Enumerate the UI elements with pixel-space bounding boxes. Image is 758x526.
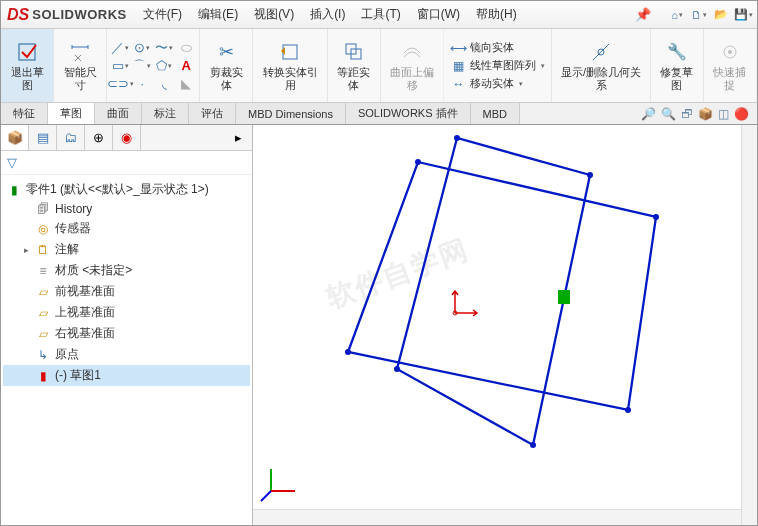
tab-evaluate[interactable]: 评估 [189,103,236,124]
pattern-group: ⟷镜向实体 ▦线性草图阵列▾ ↔移动实体▾ [444,29,552,102]
menu-file[interactable]: 文件(F) [137,3,188,26]
history-icon: 🗐 [35,202,51,216]
trim-icon: ✂ [214,40,238,64]
svg-point-17 [587,172,593,178]
exit-sketch-button[interactable]: 退出草图 [1,29,54,102]
sketch-icon: ▮ [35,369,51,383]
origin-icon: ↳ [35,348,51,362]
repair-button[interactable]: 🔧 修复草图 [651,29,704,102]
scrollbar-vertical[interactable] [741,125,757,525]
svg-point-14 [454,135,460,141]
sensor-icon: ◎ [35,222,51,236]
svg-point-12 [625,407,631,413]
ellipse-tool-icon[interactable]: ⬭ [177,40,195,56]
mirror-button[interactable]: ⟷镜向实体 [450,40,545,55]
menubar: DS SOLIDWORKS 文件(F) 编辑(E) 视图(V) 插入(I) 工具… [1,1,757,29]
point-tool-icon[interactable]: · [133,76,151,92]
quick-snap-button[interactable]: 快速捕捉 [704,29,757,102]
offset-surface-icon [400,40,424,64]
tree-origin[interactable]: ↳原点 [3,344,250,365]
menu-edit[interactable]: 编辑(E) [192,3,244,26]
smart-dim-icon [68,40,92,64]
new-doc-icon[interactable]: 🗋▾ [691,7,707,23]
sketch-geometry [253,125,753,525]
tab-annotate[interactable]: 标注 [142,103,189,124]
display-style-icon[interactable]: 📦 [698,107,713,121]
menu-view[interactable]: 视图(V) [248,3,300,26]
tab-addins[interactable]: SOLIDWORKS 插件 [346,103,471,124]
config-tab[interactable]: 🗂 [57,125,85,150]
polygon-tool-icon[interactable]: ⬠▾ [155,58,173,74]
annotation-icon: 🗒 [35,243,51,257]
property-tab[interactable]: ▤ [29,125,57,150]
tree-front-plane[interactable]: ▱前视基准面 [3,281,250,302]
offset-surface-button[interactable]: 曲面上偏移 [381,29,445,102]
move-button[interactable]: ↔移动实体▾ [450,76,545,91]
tree-annotations[interactable]: ▸🗒注解 [3,239,250,260]
tab-mbd[interactable]: MBD [471,103,520,124]
svg-line-4 [593,44,609,60]
chamfer-tool-icon[interactable]: ◣ [177,76,195,92]
slot-tool-icon[interactable]: ⊂⊃▾ [111,76,129,92]
rect-tool-icon[interactable]: ▭▾ [111,58,129,74]
filter-row: ▽ [1,151,252,175]
snap-icon [718,40,742,64]
relations-button[interactable]: 显示/删除几何关系 [552,29,650,102]
tab-features[interactable]: 特征 [1,103,48,124]
circle-tool-icon[interactable]: ⊙▾ [133,40,151,56]
svg-point-13 [345,349,351,355]
convert-button[interactable]: 转换实体引用 [253,29,327,102]
spline-tool-icon[interactable]: 〜▾ [155,40,173,56]
convert-icon [278,40,302,64]
tree-top-plane[interactable]: ▱上视基准面 [3,302,250,323]
svg-point-11 [653,214,659,220]
pattern-icon: ▦ [450,59,466,73]
tree-history[interactable]: 🗐History [3,200,250,218]
appearance-icon[interactable]: 🔴 [734,107,749,121]
text-tool-icon[interactable]: A [177,58,195,74]
tree-sketch1[interactable]: ▮(-) 草图1 [3,365,250,386]
display-tab[interactable]: ◉ [113,125,141,150]
fillet-tool-icon[interactable]: ◟ [155,76,173,92]
panel-expand-arrow[interactable]: ▸ [224,125,252,150]
dimxpert-tab[interactable]: ⊕ [85,125,113,150]
linear-pattern-button[interactable]: ▦线性草图阵列▾ [450,58,545,73]
menu-window[interactable]: 窗口(W) [411,3,466,26]
menu-tools[interactable]: 工具(T) [355,3,406,26]
line-tool-icon[interactable]: ／▾ [111,40,129,56]
pin-icon[interactable]: 📌 [635,7,651,22]
tree-sensor[interactable]: ◎传感器 [3,218,250,239]
menu-insert[interactable]: 插入(I) [304,3,351,26]
scrollbar-horizontal[interactable] [253,509,741,525]
zoom-fit-icon[interactable]: 🔎 [641,107,656,121]
feature-tree-tab[interactable]: 📦 [1,125,29,150]
open-icon[interactable]: 📂 [713,7,729,23]
tree-right-plane[interactable]: ▱右视基准面 [3,323,250,344]
svg-rect-1 [283,45,297,59]
tab-surfaces[interactable]: 曲面 [95,103,142,124]
arc-tool-icon[interactable]: ⌒▾ [133,58,151,74]
tab-mbd-dim[interactable]: MBD Dimensions [236,103,346,124]
tree-root[interactable]: ▮ 零件1 (默认<<默认>_显示状态 1>) [3,179,250,200]
logo-swoosh-icon: DS [7,6,29,24]
zoom-area-icon[interactable]: 🔍 [661,107,676,121]
funnel-icon[interactable]: ▽ [7,155,17,170]
panel-tabs: 📦 ▤ 🗂 ⊕ ◉ ▸ [1,125,252,151]
selection-marker [558,290,570,304]
save-icon[interactable]: 💾▾ [735,7,751,23]
svg-marker-8 [348,162,656,410]
smart-dimension-button[interactable]: 智能尺寸 [54,29,107,102]
view-orient-icon[interactable]: ◫ [718,107,729,121]
offset-button[interactable]: 等距实体 [328,29,381,102]
view-triad-icon [259,459,303,505]
section-view-icon[interactable]: 🗗 [681,107,693,121]
trim-button[interactable]: ✂ 剪裁实体 [200,29,253,102]
menubar-right: 📌 ⌂▾ 🗋▾ 📂 💾▾ [635,7,751,23]
menu-help[interactable]: 帮助(H) [470,3,523,26]
tab-sketch[interactable]: 草图 [48,103,95,124]
exit-sketch-icon [15,40,39,64]
tree-material[interactable]: ≡材质 <未指定> [3,260,250,281]
viewport[interactable]: 软件自学网 [253,125,757,525]
home-icon[interactable]: ⌂▾ [669,7,685,23]
svg-line-21 [261,491,271,501]
